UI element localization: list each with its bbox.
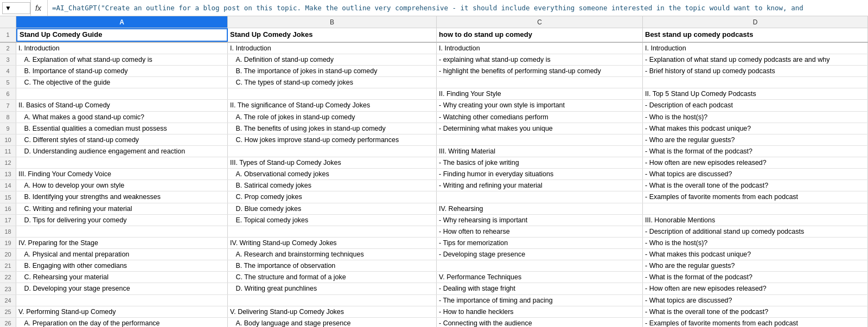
cell-b4[interactable]: B. The importance of jokes in stand-up c… (228, 66, 437, 76)
cell-c12[interactable]: - The basics of joke writing (437, 157, 643, 168)
cell-d9[interactable]: - What makes this podcast unique? (643, 123, 868, 134)
cell-d13[interactable]: - What topics are discussed? (643, 169, 868, 179)
cell-d10[interactable]: - Who are the regular guests? (643, 134, 868, 145)
cell-c17[interactable]: - Why rehearsing is important (437, 215, 643, 226)
cell-d5[interactable] (643, 77, 868, 88)
cell-b18[interactable] (228, 226, 437, 237)
cell-d6[interactable]: II. Top 5 Stand Up Comedy Podcasts (643, 88, 868, 99)
cell-d14[interactable]: - What is the overall tone of the podcas… (643, 180, 868, 191)
cell-a20[interactable]: A. Physical and mental preparation (16, 249, 228, 260)
cell-d20[interactable]: - What makes this podcast unique? (643, 249, 868, 260)
cell-a3[interactable]: A. Explanation of what stand-up comedy i… (16, 54, 228, 65)
cell-c6[interactable]: II. Finding Your Style (437, 88, 643, 99)
cell-b12[interactable]: III. Types of Stand-up Comedy Jokes (228, 157, 437, 168)
cell-b24[interactable] (228, 295, 437, 306)
cell-d3[interactable]: - Explanation of what stand up comedy po… (643, 54, 868, 65)
cell-a21[interactable]: B. Engaging with other comedians (16, 260, 228, 271)
cell-b14[interactable]: B. Satirical comedy jokes (228, 180, 437, 191)
cell-b2[interactable]: I. Introduction (228, 43, 437, 54)
cell-b22[interactable]: C. The structure and format of a joke (228, 272, 437, 283)
cell-c1[interactable]: how to do stand up comedy (437, 28, 643, 42)
cell-b20[interactable]: A. Research and brainstorming techniques (228, 249, 437, 260)
cell-a8[interactable]: A. What makes a good stand-up comic? (16, 112, 228, 123)
cell-d18[interactable]: - Description of additional stand up com… (643, 226, 868, 237)
cell-b19[interactable]: IV. Writing Stand-up Comedy Jokes (228, 238, 437, 248)
cell-d11[interactable]: - What is the format of the podcast? (643, 146, 868, 157)
cell-a7[interactable]: II. Basics of Stand-up Comedy (16, 100, 228, 111)
cell-b6[interactable] (228, 88, 437, 99)
cell-a11[interactable]: D. Understanding audience engagement and… (16, 146, 228, 157)
cell-a2[interactable]: I. Introduction (16, 43, 228, 54)
cell-b16[interactable]: D. Blue comedy jokes (228, 203, 437, 214)
cell-d23[interactable]: - How often are new episodes released? (643, 283, 868, 294)
cell-c13[interactable]: - Finding humor in everyday situations (437, 169, 643, 179)
cell-c24[interactable]: - The importance of timing and pacing (437, 295, 643, 306)
cell-a13[interactable]: III. Finding Your Comedy Voice (16, 169, 228, 179)
cell-a14[interactable]: A. How to develop your own style (16, 180, 228, 191)
cell-a18[interactable] (16, 226, 228, 237)
cell-c2[interactable]: I. Introduction (437, 43, 643, 54)
cell-a26[interactable]: A. Preparation on the day of the perform… (16, 318, 228, 327)
cell-a24[interactable] (16, 295, 228, 306)
cell-c20[interactable]: - Developing stage presence (437, 249, 643, 260)
cell-d19[interactable]: - Who is the host(s)? (643, 238, 868, 248)
cell-a25[interactable]: V. Performing Stand-up Comedy (16, 306, 228, 317)
cell-d25[interactable]: - What is the overall tone of the podcas… (643, 306, 868, 317)
cell-d24[interactable]: - What topics are discussed? (643, 295, 868, 306)
cell-reference-dropdown[interactable]: ▼ (2, 2, 30, 14)
cell-c23[interactable]: - Dealing with stage fright (437, 283, 643, 294)
cell-b10[interactable]: C. How jokes improve stand-up comedy per… (228, 134, 437, 145)
cell-b21[interactable]: B. The importance of observation (228, 260, 437, 271)
formula-input[interactable]: =AI_ChatGPT("Create an outline for a blo… (48, 0, 866, 16)
cell-c19[interactable]: - Tips for memorization (437, 238, 643, 248)
cell-b8[interactable]: A. The role of jokes in stand-up comedy (228, 112, 437, 123)
cell-a19[interactable]: IV. Preparing for the Stage (16, 238, 228, 248)
cell-c16[interactable]: IV. Rehearsing (437, 203, 643, 214)
cell-b25[interactable]: V. Delivering Stand-up Comedy Jokes (228, 306, 437, 317)
cell-c10[interactable] (437, 134, 643, 145)
col-header-c[interactable]: C (437, 16, 643, 28)
cell-d8[interactable]: - Who is the host(s)? (643, 112, 868, 123)
cell-d4[interactable]: - Brief history of stand up comedy podca… (643, 66, 868, 76)
cell-c3[interactable]: - explaining what stand-up comedy is (437, 54, 643, 65)
cell-b15[interactable]: C. Prop comedy jokes (228, 191, 437, 202)
formula-fx-button[interactable]: fx (30, 0, 48, 16)
cell-c21[interactable] (437, 260, 643, 271)
cell-c5[interactable] (437, 77, 643, 88)
cell-a5[interactable]: C. The objective of the guide (16, 77, 228, 88)
cell-a16[interactable]: C. Writing and refining your material (16, 203, 228, 214)
cell-c26[interactable]: - Connecting with the audience (437, 318, 643, 327)
cell-b13[interactable]: A. Observational comedy jokes (228, 169, 437, 179)
cell-b23[interactable]: D. Writing great punchlines (228, 283, 437, 294)
cell-c8[interactable]: - Watching other comedians perform (437, 112, 643, 123)
cell-d17[interactable]: III. Honorable Mentions (643, 215, 868, 226)
cell-a12[interactable] (16, 157, 228, 168)
cell-c22[interactable]: V. Performance Techniques (437, 272, 643, 283)
cell-a15[interactable]: B. Identifying your strengths and weakne… (16, 191, 228, 202)
cell-c4[interactable]: - highlight the benefits of performing s… (437, 66, 643, 76)
cell-a23[interactable]: D. Developing your stage presence (16, 283, 228, 294)
cell-b3[interactable]: A. Definition of stand-up comedy (228, 54, 437, 65)
cell-a6[interactable] (16, 88, 228, 99)
cell-a1[interactable]: Stand Up Comedy Guide (16, 28, 228, 42)
cell-a10[interactable]: C. Different styles of stand-up comedy (16, 134, 228, 145)
cell-d2[interactable]: I. Introduction (643, 43, 868, 54)
cell-d16[interactable] (643, 203, 868, 214)
cell-b11[interactable] (228, 146, 437, 157)
cell-a17[interactable]: D. Tips for delivering your comedy (16, 215, 228, 226)
cell-d7[interactable]: - Description of each podcast (643, 100, 868, 111)
cell-a4[interactable]: B. Importance of stand-up comedy (16, 66, 228, 76)
cell-c18[interactable]: - How often to rehearse (437, 226, 643, 237)
cell-c7[interactable]: - Why creating your own style is importa… (437, 100, 643, 111)
cell-d22[interactable]: - What is the format of the podcast? (643, 272, 868, 283)
col-header-a[interactable]: A (16, 16, 228, 28)
cell-d15[interactable]: - Examples of favorite moments from each… (643, 191, 868, 202)
cell-a22[interactable]: C. Rehearsing your material (16, 272, 228, 283)
cell-d1[interactable]: Best stand up comedy podcasts (643, 28, 868, 42)
cell-b1[interactable]: Stand Up Comedy Jokes (228, 28, 437, 42)
cell-d26[interactable]: - Examples of favorite moments from each… (643, 318, 868, 327)
col-header-d[interactable]: D (643, 16, 868, 28)
cell-c15[interactable] (437, 191, 643, 202)
cell-b9[interactable]: B. The benefits of using jokes in stand-… (228, 123, 437, 134)
cell-c11[interactable]: III. Writing Material (437, 146, 643, 157)
